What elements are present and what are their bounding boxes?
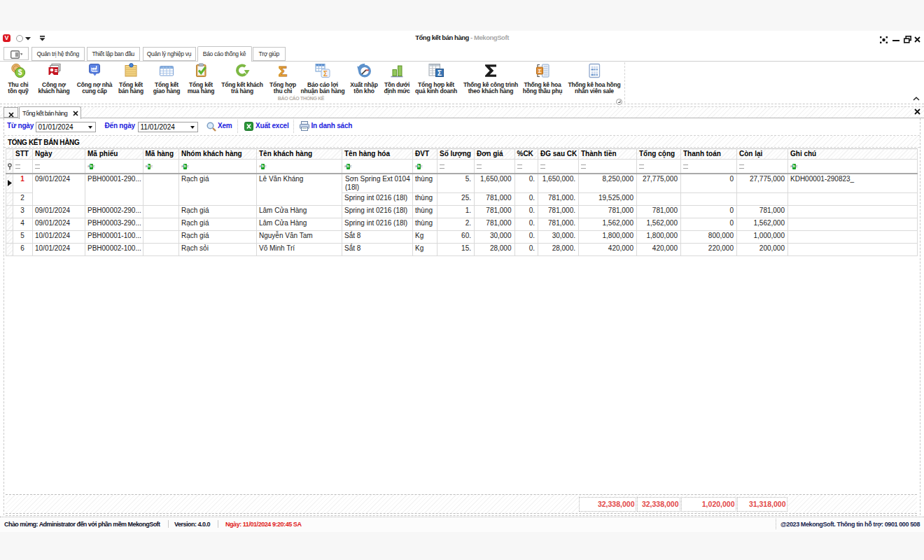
svg-text:Σ: Σ <box>323 70 328 78</box>
svg-text:Σ: Σ <box>279 63 287 78</box>
svg-text:Σ: Σ <box>538 68 542 74</box>
svg-text:Σ: Σ <box>438 69 442 77</box>
